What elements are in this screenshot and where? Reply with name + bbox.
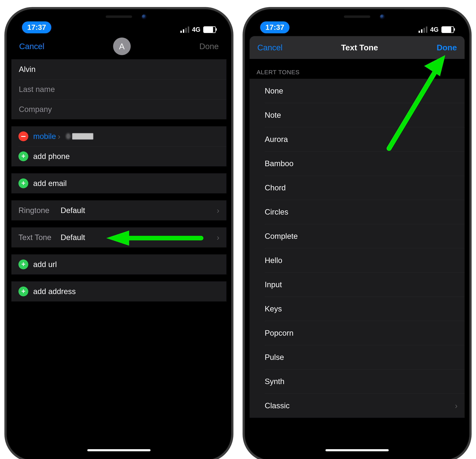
volume-down-button xyxy=(4,142,5,176)
first-name-input[interactable] xyxy=(18,65,219,74)
phone-row[interactable]: mobile › 0 xyxy=(11,126,226,146)
phone-type-label[interactable]: mobile xyxy=(33,132,56,141)
tone-label: Synth xyxy=(265,377,285,386)
last-name-row[interactable] xyxy=(11,79,226,99)
add-phone-label: add phone xyxy=(33,152,70,161)
tone-row[interactable]: Aurora xyxy=(250,127,465,151)
status-time[interactable]: 17:37 xyxy=(260,21,289,33)
screen-edit-contact: 17:37 4G Cancel A Done xyxy=(11,14,226,455)
side-button xyxy=(233,111,233,156)
tone-row[interactable]: Synth xyxy=(250,369,465,393)
first-name-row[interactable] xyxy=(11,59,226,79)
home-indicator[interactable] xyxy=(87,449,151,451)
tone-label: Hello xyxy=(265,256,282,265)
tone-label: Pulse xyxy=(265,353,284,362)
phone-right: 17:37 4G Cancel Text Tone Done ALERT TON… xyxy=(243,7,472,459)
phone-left: 17:37 4G Cancel A Done xyxy=(4,7,233,459)
nav-bar: Cancel A Done xyxy=(11,34,226,59)
last-name-input[interactable] xyxy=(18,85,219,94)
section-phone: mobile › 0 add phone xyxy=(11,126,226,166)
tone-row[interactable]: Pulse xyxy=(250,345,465,369)
tone-label: Chord xyxy=(265,183,286,192)
add-icon[interactable] xyxy=(18,151,28,161)
tone-row[interactable]: Classic› xyxy=(250,393,465,418)
tone-label: Note xyxy=(265,111,281,120)
ringtone-row[interactable]: Ringtone Default › xyxy=(11,200,226,220)
add-address-row[interactable]: add address xyxy=(11,281,226,302)
tone-label: Circles xyxy=(265,208,288,216)
tone-row[interactable]: Chord xyxy=(250,176,465,200)
chevron-right-icon: › xyxy=(217,233,219,242)
add-phone-row[interactable]: add phone xyxy=(11,146,226,166)
text-tone-label: Text Tone xyxy=(18,233,61,242)
avatar-initial: A xyxy=(119,41,125,51)
chevron-right-icon: › xyxy=(217,206,219,215)
network-label: 4G xyxy=(192,26,200,33)
signal-icon xyxy=(180,26,189,33)
add-icon[interactable] xyxy=(18,179,28,188)
done-button[interactable]: Done xyxy=(437,43,457,52)
cancel-button[interactable]: Cancel xyxy=(19,41,44,51)
chevron-right-icon: › xyxy=(455,401,458,410)
chevron-right-icon: › xyxy=(58,131,60,141)
add-email-row[interactable]: add email xyxy=(11,173,226,193)
tone-label: Complete xyxy=(265,232,298,241)
tone-row[interactable]: Circles xyxy=(250,200,465,224)
signal-icon xyxy=(418,26,427,33)
tone-label: Keys xyxy=(265,304,282,313)
remove-icon[interactable] xyxy=(18,131,28,141)
text-tone-row[interactable]: Text Tone Default › xyxy=(11,227,226,247)
avatar[interactable]: A xyxy=(113,38,131,55)
tone-row[interactable]: None xyxy=(250,79,465,103)
done-button-disabled: Done xyxy=(199,41,219,51)
notch xyxy=(71,9,166,24)
ringtone-label: Ringtone xyxy=(18,206,61,215)
add-icon[interactable] xyxy=(18,287,28,296)
tone-label: None xyxy=(265,87,283,95)
volume-down-button xyxy=(243,142,243,176)
tone-row[interactable]: Popcorn xyxy=(250,321,465,345)
tone-row[interactable]: Input xyxy=(250,272,465,297)
tone-row[interactable]: Note xyxy=(250,103,465,127)
section-address: add address xyxy=(11,281,226,302)
section-ringtone: Ringtone Default › xyxy=(11,200,226,220)
company-row[interactable] xyxy=(11,99,226,119)
add-url-label: add url xyxy=(33,260,57,269)
screen-text-tone-picker: 17:37 4G Cancel Text Tone Done ALERT TON… xyxy=(250,14,465,455)
tone-row[interactable]: Complete xyxy=(250,224,465,248)
add-email-label: add email xyxy=(33,179,67,188)
tone-list: NoneNoteAuroraBambooChordCirclesComplete… xyxy=(250,79,465,418)
nav-bar: Cancel Text Tone Done xyxy=(250,36,465,59)
battery-icon xyxy=(203,26,216,33)
mute-switch xyxy=(4,72,5,88)
cancel-button[interactable]: Cancel xyxy=(257,43,282,52)
tone-row[interactable]: Keys xyxy=(250,297,465,321)
status-time[interactable]: 17:37 xyxy=(22,21,51,33)
modal-sheet: Cancel Text Tone Done ALERT TONES NoneNo… xyxy=(250,36,465,455)
tone-row[interactable]: Hello xyxy=(250,248,465,272)
text-tone-value: Default xyxy=(61,233,85,242)
volume-up-button xyxy=(4,100,5,134)
tone-label: Aurora xyxy=(265,135,288,144)
tone-label: Input xyxy=(265,280,282,289)
notch xyxy=(310,9,405,24)
side-button xyxy=(471,111,472,156)
mute-switch xyxy=(243,72,243,88)
phone-number-value[interactable]: 0 xyxy=(66,133,93,140)
section-header-alert-tones: ALERT TONES xyxy=(250,59,465,79)
network-label: 4G xyxy=(430,26,439,33)
ringtone-value: Default xyxy=(61,206,85,215)
volume-up-button xyxy=(243,100,243,134)
add-icon[interactable] xyxy=(18,260,28,269)
tone-label: Popcorn xyxy=(265,329,294,337)
company-input[interactable] xyxy=(18,105,219,114)
tone-row[interactable]: Bamboo xyxy=(250,151,465,176)
add-url-row[interactable]: add url xyxy=(11,254,226,274)
section-name xyxy=(11,59,226,119)
add-address-label: add address xyxy=(33,287,76,296)
tone-label: Bamboo xyxy=(265,159,294,168)
section-email: add email xyxy=(11,173,226,193)
home-indicator[interactable] xyxy=(325,449,389,451)
section-text-tone: Text Tone Default › xyxy=(11,227,226,247)
battery-icon xyxy=(442,26,454,33)
